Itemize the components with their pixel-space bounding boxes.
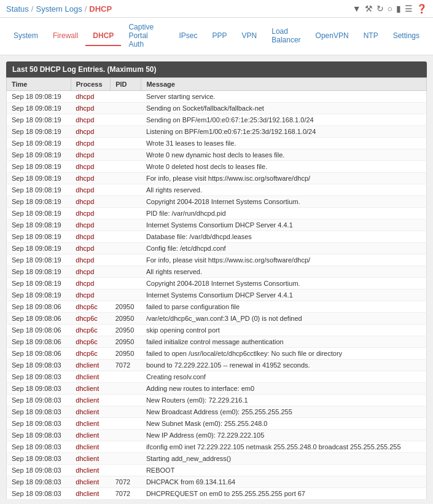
table-row: Sep 18 09:08:03dhclientifconfig em0 inet… (7, 441, 427, 453)
cell-message: Copyright 2004-2018 Internet Systems Con… (141, 278, 427, 289)
cell-time: Sep 18 09:08:06 (7, 348, 71, 360)
cell-process: dhcpd (71, 196, 110, 208)
tab-dhcp[interactable]: DHCP (85, 26, 121, 46)
cell-pid (111, 231, 141, 243)
breadcrumb-status[interactable]: Status (6, 4, 29, 14)
cell-time: Sep 18 09:08:19 (7, 114, 71, 126)
cell-time: Sep 18 09:08:03 (7, 476, 71, 488)
table-row: Sep 18 09:08:19dhcpdWrote 31 leases to l… (7, 138, 427, 149)
col-message: Message (141, 78, 427, 91)
table-row: Sep 18 09:08:19dhcpdCopyright 2004-2018 … (7, 196, 427, 208)
question-icon[interactable]: ❓ (416, 4, 427, 14)
cell-pid (111, 243, 141, 254)
filter-icon[interactable]: ▼ (353, 4, 361, 14)
cell-process: dhcpd (71, 266, 110, 278)
cell-message: ifconfig em0 inet 72.229.222.105 netmask… (141, 441, 427, 453)
table-row: Sep 18 09:08:03dhclientStarting add_new_… (7, 453, 427, 465)
cell-time: Sep 18 09:08:03 (7, 488, 71, 500)
cell-message: DHCPACK from 69.134.11.64 (141, 476, 427, 488)
cell-message: Internet Systems Consortium DHCP Server … (141, 289, 427, 301)
cell-process: dhcpd (71, 149, 110, 161)
tab-settings[interactable]: Settings (386, 26, 427, 46)
log-table: Time Process PID Message Sep 18 09:08:19… (6, 77, 427, 500)
cell-time: Sep 18 09:08:03 (7, 418, 71, 430)
cell-process: dhclient (71, 383, 110, 395)
cell-message: New Subnet Mask (em0): 255.255.248.0 (141, 418, 427, 430)
cell-message: Starting add_new_address() (141, 453, 427, 465)
cell-pid (111, 254, 141, 266)
cell-pid (111, 173, 141, 184)
table-row: Sep 18 09:08:03dhclient7072DHCPACK from … (7, 476, 427, 488)
cell-pid (111, 266, 141, 278)
table-row: Sep 18 09:08:19dhcpdWrote 0 new dynamic … (7, 149, 427, 161)
cell-time: Sep 18 09:08:19 (7, 126, 71, 138)
table-row: Sep 18 09:08:19dhcpdAll rights reserved. (7, 184, 427, 196)
cell-process: dhcpd (71, 126, 110, 138)
cell-message: failed to open /usr/local/etc/dhcp6cctlk… (141, 348, 427, 360)
cell-time: Sep 18 09:08:06 (7, 325, 71, 336)
cell-process: dhcpd (71, 278, 110, 289)
table-row: Sep 18 09:08:03dhclientNew Subnet Mask (… (7, 418, 427, 430)
table-row: Sep 18 09:08:03dhclientREBOOT (7, 465, 427, 476)
breadcrumb-system-logs[interactable]: System Logs (36, 4, 82, 14)
cell-message: DHCPREQUEST on em0 to 255.255.255.255 po… (141, 488, 427, 500)
tab-vpn[interactable]: VPN (235, 26, 265, 46)
table-row: Sep 18 09:08:19dhcpdFor info, please vis… (7, 173, 427, 184)
cell-pid (111, 406, 141, 418)
tab-firewall[interactable]: Firewall (45, 26, 85, 46)
table-row: Sep 18 09:08:03dhclientCreating resolv.c… (7, 371, 427, 383)
cell-process: dhcp6c (71, 336, 110, 348)
cell-time: Sep 18 09:08:19 (7, 254, 71, 266)
cell-pid: 7072 (111, 488, 141, 500)
tab-openvpn[interactable]: OpenVPN (308, 26, 356, 46)
cell-process: dhcpd (71, 254, 110, 266)
cell-message: /var/etc/dhcp6c_wan.conf:3 IA_PD (0) is … (141, 313, 427, 325)
table-row: Sep 18 09:08:03dhclient7072DHCPREQUEST o… (7, 488, 427, 500)
cell-process: dhcp6c (71, 348, 110, 360)
table-row: Sep 18 09:08:19dhcpdDatabase file: /var/… (7, 231, 427, 243)
table-row: Sep 18 09:08:06dhcp6c20950failed initial… (7, 336, 427, 348)
cell-message: Internet Systems Consortium DHCP Server … (141, 219, 427, 231)
cell-message: Listening on BPF/em1/00:e0:67:1e:25:3d/1… (141, 126, 427, 138)
tab-ppp[interactable]: PPP (205, 26, 235, 46)
cell-pid (111, 114, 141, 126)
table-row: Sep 18 09:08:19dhcpdListening on BPF/em1… (7, 126, 427, 138)
table-row: Sep 18 09:08:19dhcpdInternet Systems Con… (7, 289, 427, 301)
table-row: Sep 18 09:08:19dhcpdAll rights reserved. (7, 266, 427, 278)
cell-pid (111, 395, 141, 406)
table-row: Sep 18 09:08:19dhcpdWrote 0 deleted host… (7, 161, 427, 173)
cell-pid (111, 441, 141, 453)
cell-process: dhclient (71, 453, 110, 465)
tab-load-balancer[interactable]: Load Balancer (264, 22, 308, 50)
cell-pid (111, 91, 141, 103)
wrench-icon[interactable]: ⚒ (365, 4, 373, 14)
table-header-row: Time Process PID Message (7, 78, 427, 91)
table-row: Sep 18 09:08:03dhclientNew Broadcast Add… (7, 406, 427, 418)
refresh-icon[interactable]: ↻ (376, 4, 384, 14)
tab-ntp[interactable]: NTP (356, 26, 386, 46)
cell-time: Sep 18 09:08:19 (7, 91, 71, 103)
tab-ipsec[interactable]: IPsec (172, 26, 205, 46)
cell-message: Sending on Socket/fallback/fallback-net (141, 103, 427, 114)
cell-time: Sep 18 09:08:19 (7, 278, 71, 289)
menu-icon[interactable]: ☰ (405, 4, 413, 14)
cell-message: For info, please visit https://www.isc.o… (141, 254, 427, 266)
circle-icon[interactable]: ○ (388, 4, 392, 14)
cell-process: dhcpd (71, 243, 110, 254)
cell-process: dhclient (71, 418, 110, 430)
cell-pid (111, 453, 141, 465)
cell-pid (111, 383, 141, 395)
cell-pid (111, 219, 141, 231)
cell-message: New Routers (em0): 72.229.216.1 (141, 395, 427, 406)
tab-system[interactable]: System (6, 26, 45, 46)
breadcrumb-sep-2: / (85, 4, 87, 14)
bar-chart-icon[interactable]: ▮ (396, 4, 401, 14)
breadcrumb-sep-1: / (31, 4, 34, 14)
cell-pid (111, 278, 141, 289)
tab-captive-portal[interactable]: Captive Portal Auth (121, 18, 171, 55)
cell-process: dhclient (71, 395, 110, 406)
cell-process: dhcp6c (71, 301, 110, 313)
cell-pid (111, 126, 141, 138)
cell-pid: 20950 (111, 301, 141, 313)
cell-pid: 20950 (111, 313, 141, 325)
